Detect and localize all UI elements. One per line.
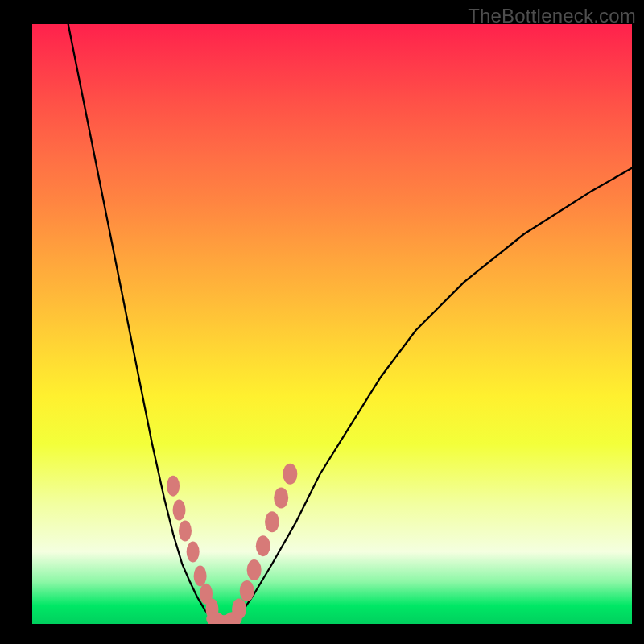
chart-frame: TheBottleneck.com [0, 0, 644, 644]
svg-point-16 [274, 488, 288, 509]
watermark-text: TheBottleneck.com [468, 5, 636, 27]
svg-point-11 [232, 598, 246, 619]
svg-point-0 [167, 476, 180, 497]
svg-point-2 [179, 521, 192, 542]
svg-point-13 [247, 559, 262, 580]
svg-point-14 [256, 535, 270, 556]
plot-area [32, 24, 632, 624]
svg-point-12 [240, 580, 254, 601]
chart-svg [32, 24, 632, 624]
svg-point-15 [265, 511, 279, 532]
svg-point-3 [187, 542, 200, 563]
svg-point-17 [283, 464, 297, 485]
svg-point-4 [194, 565, 207, 586]
svg-point-1 [173, 499, 186, 520]
